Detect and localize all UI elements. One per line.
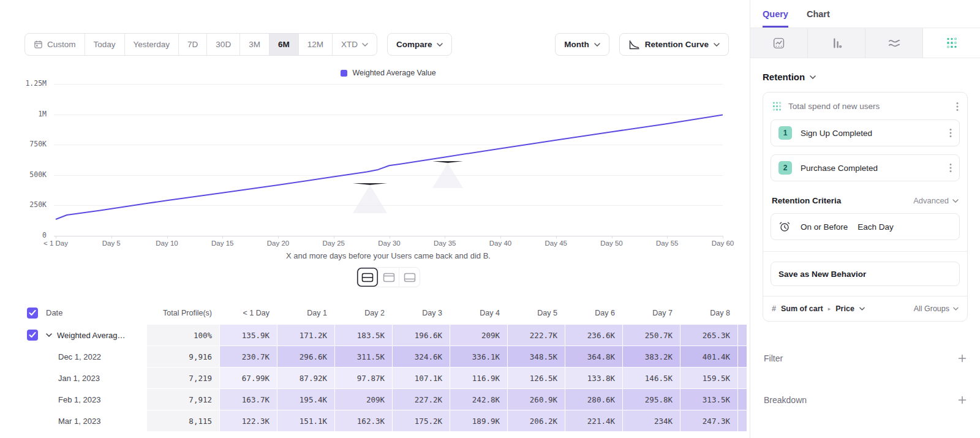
kebab-menu-icon[interactable] bbox=[956, 102, 959, 111]
retention-value-cell[interactable]: 209K bbox=[335, 389, 392, 410]
retention-value-cell[interactable]: 234K bbox=[623, 410, 680, 431]
retention-value-cell[interactable]: 280.6K bbox=[565, 389, 622, 410]
retention-value-cell[interactable]: 122.3K bbox=[220, 410, 277, 431]
retention-value-cell[interactable]: 348.5K bbox=[508, 346, 565, 367]
retention-value-cell[interactable]: 311.5K bbox=[335, 346, 392, 367]
retention-value-cell[interactable]: 324.6K bbox=[393, 346, 450, 367]
retention-value-cell[interactable]: 162.3K bbox=[335, 410, 392, 431]
retention-value-cell[interactable]: 135.9K bbox=[220, 325, 277, 345]
chevron-down-icon bbox=[953, 307, 959, 311]
range-12m[interactable]: 12M bbox=[298, 34, 332, 55]
retention-value-cell[interactable]: 171.2K bbox=[277, 325, 334, 345]
tab-chart[interactable]: Chart bbox=[807, 0, 830, 28]
chart-legend[interactable]: Weighted Average Value bbox=[54, 69, 723, 77]
retention-value-cell[interactable]: 97.87K bbox=[335, 368, 392, 388]
advanced-label: Advanced bbox=[913, 196, 949, 205]
retention-value-cell[interactable]: 295.8K bbox=[623, 389, 680, 410]
retention-value-cell[interactable]: 126.5K bbox=[508, 368, 565, 388]
kebab-menu-icon[interactable] bbox=[949, 128, 952, 138]
groups-dropdown[interactable]: All Groups bbox=[914, 304, 959, 313]
save-behavior-button[interactable]: Save as New Behavior bbox=[771, 262, 960, 286]
retention-value-cell[interactable]: 247.3K bbox=[680, 410, 737, 431]
range-30d[interactable]: 30D bbox=[206, 34, 239, 55]
event-step-2[interactable]: 2Purchase Completed bbox=[771, 154, 960, 181]
retention-value-cell[interactable]: 222.7K bbox=[508, 325, 565, 345]
retention-value-cell[interactable]: 67.99K bbox=[220, 368, 277, 388]
retention-timing-card[interactable]: On or Before Each Day bbox=[771, 213, 960, 240]
select-all-checkbox[interactable] bbox=[27, 308, 38, 319]
retention-value-cell[interactable]: 116.9K bbox=[450, 368, 507, 388]
retention-section-header[interactable]: Retention bbox=[763, 72, 968, 82]
tab-funnels[interactable] bbox=[808, 28, 865, 58]
range-7d[interactable]: 7D bbox=[178, 34, 206, 55]
tab-flows[interactable] bbox=[865, 28, 923, 58]
add-filter-button[interactable] bbox=[958, 354, 967, 363]
row-checkbox[interactable] bbox=[27, 330, 38, 341]
retention-value-cell[interactable]: 227.2K bbox=[393, 389, 450, 410]
retention-value-cell[interactable]: 242.8K bbox=[450, 389, 507, 410]
range-3m[interactable]: 3M bbox=[239, 34, 269, 55]
retention-value-cell[interactable]: 250.7K bbox=[623, 325, 680, 345]
series-row-label[interactable]: Weighted Average ... bbox=[45, 331, 146, 340]
date-row-label[interactable]: Jan 1, 2023 bbox=[45, 374, 100, 383]
measure-property[interactable]: Price bbox=[835, 304, 854, 313]
range-yesterday[interactable]: Yesterday bbox=[124, 34, 179, 55]
measure-event[interactable]: Sum of cart bbox=[781, 304, 823, 313]
chart-type-button[interactable]: Retention Curve bbox=[619, 33, 729, 56]
x-tick-mark bbox=[334, 236, 334, 238]
compare-button[interactable]: Compare bbox=[387, 33, 453, 56]
tab-insights[interactable] bbox=[750, 28, 808, 58]
retention-value-cell[interactable]: 146.5K bbox=[623, 368, 680, 388]
advanced-dropdown[interactable]: Advanced bbox=[913, 196, 959, 205]
table-row[interactable]: Weighted Average ...100%135.9K171.2K183.… bbox=[0, 325, 750, 345]
layout-chart-toggle[interactable] bbox=[399, 268, 420, 287]
range-6m[interactable]: 6M bbox=[269, 34, 298, 55]
retention-value-cell[interactable]: 401.4K bbox=[680, 346, 737, 367]
retention-value-cell[interactable]: 230.7K bbox=[220, 346, 277, 367]
retention-value-cell[interactable]: 196.6K bbox=[393, 325, 450, 345]
table-row[interactable]: Feb 1, 20237,912163.7K195.4K209K227.2K24… bbox=[0, 389, 750, 410]
kebab-menu-icon[interactable] bbox=[949, 163, 952, 173]
timing-operator[interactable]: On or Before bbox=[801, 222, 848, 232]
event-step-1[interactable]: 1Sign Up Completed bbox=[771, 119, 960, 146]
timing-unit[interactable]: Each Day bbox=[858, 222, 894, 232]
granularity-button[interactable]: Month bbox=[555, 33, 609, 56]
retention-value-cell[interactable]: 87.92K bbox=[277, 368, 334, 388]
chevron-down-icon[interactable] bbox=[46, 333, 52, 337]
retention-line-series[interactable] bbox=[54, 84, 723, 236]
retention-value-cell[interactable]: 221.4K bbox=[565, 410, 622, 431]
retention-value-cell[interactable]: 336.1K bbox=[450, 346, 507, 367]
range-today[interactable]: Today bbox=[85, 34, 124, 55]
table-row[interactable]: Jan 1, 20237,21967.99K87.92K97.87K107.1K… bbox=[0, 368, 750, 388]
retention-value-cell[interactable]: 133.8K bbox=[565, 368, 622, 388]
tab-query[interactable]: Query bbox=[763, 0, 788, 28]
date-row-label[interactable]: Feb 1, 2023 bbox=[45, 395, 100, 404]
retention-value-cell[interactable]: 159.5K bbox=[680, 368, 737, 388]
layout-table-toggle[interactable] bbox=[378, 268, 399, 287]
retention-value-cell[interactable]: 265.3K bbox=[680, 325, 737, 345]
retention-value-cell[interactable]: 107.1K bbox=[393, 368, 450, 388]
retention-value-cell[interactable]: 195.4K bbox=[277, 389, 334, 410]
table-row[interactable]: Mar 1, 20238,115122.3K151.1K162.3K175.2K… bbox=[0, 410, 750, 431]
range-custom[interactable]: Custom bbox=[25, 34, 85, 55]
retention-value-cell[interactable]: 364.8K bbox=[565, 346, 622, 367]
retention-value-cell[interactable]: 189.9K bbox=[450, 410, 507, 431]
tab-retention[interactable] bbox=[923, 28, 980, 58]
range-xtd[interactable]: XTD bbox=[332, 34, 377, 55]
retention-value-cell[interactable]: 296.6K bbox=[277, 346, 334, 367]
retention-value-cell[interactable]: 151.1K bbox=[277, 410, 334, 431]
table-row[interactable]: Dec 1, 20229,916230.7K296.6K311.5K324.6K… bbox=[0, 346, 750, 367]
retention-value-cell[interactable]: 183.5K bbox=[335, 325, 392, 345]
layout-split-toggle[interactable] bbox=[357, 268, 378, 287]
retention-value-cell[interactable]: 209K bbox=[450, 325, 507, 345]
retention-value-cell[interactable]: 260.9K bbox=[508, 389, 565, 410]
add-breakdown-button[interactable] bbox=[958, 396, 967, 404]
date-row-label[interactable]: Dec 1, 2022 bbox=[45, 352, 101, 361]
date-row-label[interactable]: Mar 1, 2023 bbox=[45, 417, 100, 426]
retention-value-cell[interactable]: 163.7K bbox=[220, 389, 277, 410]
retention-value-cell[interactable]: 175.2K bbox=[393, 410, 450, 431]
retention-value-cell[interactable]: 236.6K bbox=[565, 325, 622, 345]
retention-value-cell[interactable]: 313.5K bbox=[680, 389, 737, 410]
retention-value-cell[interactable]: 206.2K bbox=[508, 410, 565, 431]
retention-value-cell[interactable]: 383.2K bbox=[623, 346, 680, 367]
